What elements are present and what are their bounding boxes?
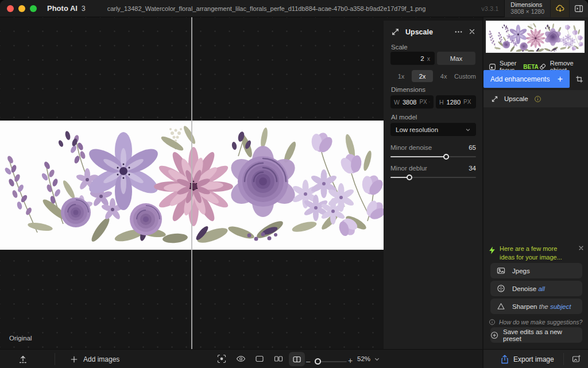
scale-section-label: Scale	[391, 44, 408, 51]
update-available-button[interactable]	[550, 0, 569, 17]
ai-model-value: Low resolution	[396, 126, 465, 133]
upscale-row-label: Upscale	[504, 95, 528, 102]
scale-option-1x[interactable]: 1x	[390, 70, 412, 82]
titlebar-right: v3.3.1 Dimensions 3808 × 1280	[481, 0, 588, 17]
deblur-knob[interactable]	[407, 175, 412, 180]
super-focus-icon	[489, 63, 496, 71]
add-images-button[interactable]: Add images	[70, 350, 119, 368]
dimensions-value: 3808 × 1280	[510, 9, 544, 16]
ai-model-dropdown[interactable]: Low resolution	[390, 123, 476, 136]
share-icon	[501, 355, 509, 364]
help-text: How do we make suggestions?	[499, 319, 582, 326]
compare-split-divider[interactable]	[191, 17, 192, 349]
eraser-icon	[539, 63, 547, 71]
suggestion-jpegs-button[interactable]: Jpegs	[490, 263, 582, 278]
lightning-icon	[488, 246, 496, 262]
suggestions-header-text: Here are a few more ideas for your image…	[500, 245, 573, 262]
export-sparkle-icon[interactable]	[572, 354, 581, 363]
suggestion-sharpen-button[interactable]: Sharpen the subject	[490, 299, 582, 314]
scale-max-button[interactable]: Max	[437, 52, 475, 65]
side-by-side-view-button[interactable]	[274, 354, 283, 363]
close-window-button[interactable]	[7, 5, 14, 12]
sharpen-triangle-icon	[497, 302, 505, 311]
suggestions-close-icon[interactable]	[578, 245, 585, 262]
deblur-value: 34	[469, 165, 476, 172]
minor-deblur-slider: Minor deblur 34	[390, 165, 476, 178]
scale-option-2x[interactable]: 2x	[412, 70, 433, 82]
right-sidebar: Super focus BETA Remove object Add enhan…	[482, 17, 588, 349]
app-version: v3.3.1	[481, 5, 498, 12]
deblur-label: Minor deblur	[390, 165, 427, 172]
export-bar: Export image	[482, 349, 588, 368]
panel-menu-button[interactable]	[454, 28, 463, 36]
width-value: 3808	[403, 99, 416, 106]
image-thumbnail[interactable]	[486, 21, 585, 53]
upscale-settings-panel: Upscale Scale 2 x Max 1x 2x 4x Custom	[384, 21, 482, 349]
suggestion-denoise-button[interactable]: Denoise all	[490, 281, 582, 296]
dimensions-readout: Dimensions 3808 × 1280	[504, 0, 550, 17]
deblur-track[interactable]	[390, 177, 476, 178]
scale-unit: x	[427, 55, 430, 62]
dimensions-section-label: Dimensions	[391, 86, 425, 93]
zoom-slider-knob[interactable]	[315, 358, 321, 365]
crop-button[interactable]	[573, 73, 586, 86]
export-divider	[563, 353, 564, 365]
width-unit: PX	[419, 99, 427, 105]
denoise-track[interactable]	[390, 156, 476, 157]
upscale-enhancement-row[interactable]: Upscale	[483, 90, 588, 107]
export-image-button[interactable]: Export image	[501, 350, 554, 368]
zoom-chevron-icon[interactable]	[374, 356, 380, 362]
maximize-window-button[interactable]	[30, 5, 37, 12]
add-enhancements-label: Add enhancements	[490, 75, 550, 83]
panel-header: Upscale	[384, 25, 482, 39]
ai-model-label: AI model	[391, 114, 417, 121]
zoom-slider[interactable]	[315, 361, 347, 362]
add-images-label: Add images	[83, 355, 119, 363]
window-controls	[7, 5, 37, 12]
suggestions-help-link[interactable]: How do we make suggestions?	[489, 319, 582, 326]
preview-toggle-eye-button[interactable]	[236, 354, 246, 363]
split-view-button[interactable]	[289, 352, 305, 366]
chevron-down-icon	[465, 127, 471, 133]
panel-close-button[interactable]	[468, 28, 476, 36]
height-unit: PX	[463, 99, 471, 105]
scale-segmented-control: 1x 2x 4x Custom	[390, 70, 476, 82]
save-preset-button[interactable]: Save edits as a new preset	[490, 327, 582, 343]
zoom-out-button[interactable]: –	[306, 357, 310, 366]
denoise-knob[interactable]	[443, 154, 449, 160]
suggestions-header: Here are a few more ideas for your image…	[488, 245, 585, 262]
toggle-right-panel-button[interactable]	[569, 0, 588, 17]
app-name: Photo AI	[47, 4, 78, 13]
titlebar: Photo AI 3 carly_13482_Watercolor_floral…	[0, 0, 588, 17]
minimize-window-button[interactable]	[18, 5, 25, 12]
denoise-label: Minor denoise	[390, 144, 432, 151]
suggestion-sharpen-label: Sharpen the subject	[512, 303, 571, 310]
scale-option-4x[interactable]: 4x	[433, 70, 454, 82]
import-button[interactable]	[18, 354, 28, 364]
single-view-button[interactable]	[255, 354, 264, 363]
suggestion-denoise-label: Denoise all	[512, 285, 545, 292]
scale-value-input[interactable]: 2 x	[390, 52, 435, 65]
width-prefix: W	[394, 99, 400, 106]
minor-denoise-slider: Minor denoise 65	[390, 144, 476, 157]
zoom-to-subject-button[interactable]	[217, 354, 226, 363]
zoom-level-value[interactable]: 52%	[357, 355, 370, 362]
chevron-down-icon	[428, 99, 430, 104]
scale-option-custom[interactable]: Custom	[454, 70, 476, 82]
plus-icon: +	[558, 74, 563, 84]
denoise-value: 65	[469, 144, 476, 151]
info-icon	[534, 95, 541, 103]
height-field[interactable]: H 1280 PX	[436, 95, 476, 109]
info-icon	[489, 319, 496, 326]
crop-icon	[575, 75, 583, 83]
original-view-label: Original	[9, 335, 32, 342]
width-field[interactable]: W 3808 PX	[390, 95, 434, 109]
upscale-expand-icon	[491, 95, 498, 103]
save-preset-label: Save edits as a new preset	[503, 328, 582, 342]
chevron-down-icon	[472, 99, 473, 104]
add-enhancements-button[interactable]: Add enhancements +	[483, 70, 570, 88]
beta-badge: BETA	[523, 64, 538, 70]
panel-toggle-icon	[574, 4, 583, 13]
zoom-in-button[interactable]: +	[348, 356, 353, 365]
photo-ai-window: Photo AI 3 carly_13482_Watercolor_floral…	[0, 0, 588, 368]
